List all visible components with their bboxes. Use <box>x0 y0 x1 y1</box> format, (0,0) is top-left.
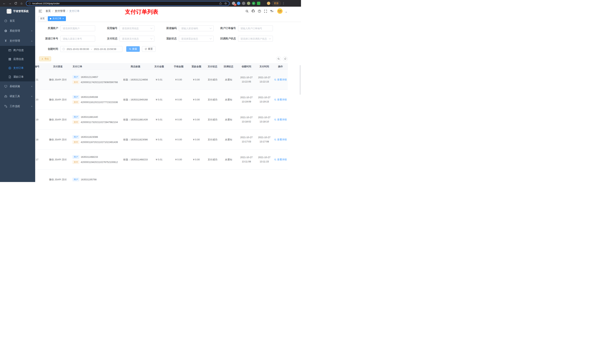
cell-pay-amount: ¥ 0.01 <box>149 150 170 169</box>
filter-label: 支付状态 <box>97 37 119 40</box>
extension-drop-icon[interactable] <box>237 2 240 5</box>
cell-product-title: 标题：1635311881439 <box>123 110 149 129</box>
filter-select[interactable] <box>238 36 273 42</box>
sidebar-item-支付管理[interactable]: ¥支付管理▴ <box>0 36 35 46</box>
user-avatar[interactable] <box>277 8 283 14</box>
sidebar-toggle-icon[interactable] <box>39 10 42 13</box>
table-row[interactable]: 18 微信 JSAPI 支付 商户 1635311823086 支付 42000… <box>35 130 288 150</box>
refresh-button[interactable] <box>283 56 288 61</box>
search-button[interactable]: 搜索 <box>126 46 140 52</box>
fullscreen-icon[interactable] <box>264 10 267 13</box>
cell-pay-time: 2021-10-2713:19:15 <box>256 90 273 110</box>
sidebar-item-系统管理[interactable]: 系统管理▾ <box>0 26 35 36</box>
merchant-order-line: 商户 1635311468233 <box>73 155 98 159</box>
cell-id: 19 <box>35 110 45 129</box>
column-header: 商品标题 <box>123 64 149 70</box>
cell-create-time: 2021-10-2713:19:09 <box>237 90 256 110</box>
browser-back-button[interactable]: ← <box>2 1 7 6</box>
share-icon[interactable] <box>219 2 222 5</box>
search-icon[interactable] <box>246 10 249 13</box>
browser-menu-icon[interactable]: ⋮ <box>282 2 285 5</box>
filter-select[interactable] <box>179 25 214 31</box>
filter-select[interactable] <box>119 36 154 42</box>
cell-create-time: 2021-10-2713:11:08 <box>237 150 256 169</box>
reset-button[interactable]: 重置 <box>142 46 155 52</box>
sidebar-item-应用信息[interactable]: 应用信息 <box>0 55 35 64</box>
table-row[interactable]: 20 微信 JSAPI 支付 商户 1635311949168 支付 42000… <box>35 90 288 110</box>
merchant-order-line: 商户 163531195798 <box>73 178 97 181</box>
browser-update-button[interactable]: 更新 <box>272 1 281 6</box>
filter-input[interactable] <box>60 36 95 42</box>
zoom-button[interactable] <box>276 56 281 61</box>
filter-date-row: 创建时间 2021-10-01 00:00:00 - 2021-10-31 23… <box>38 46 301 52</box>
filter-select[interactable] <box>119 25 154 31</box>
breadcrumb-separator: / <box>52 10 53 13</box>
address-bar[interactable]: localhost:1024/pay/order <box>26 1 230 6</box>
browser-home-button[interactable]: ⌂ <box>19 1 24 6</box>
cell-fee-amount: ¥ 0.00 <box>170 90 188 110</box>
sidebar-item-首页[interactable]: 首页 <box>0 16 35 26</box>
view-detail-link[interactable]: 查看详情 <box>274 158 287 161</box>
extension-olive-icon[interactable] <box>247 2 250 5</box>
tab-label: 首页 <box>40 17 45 20</box>
close-icon[interactable]: × <box>62 17 64 20</box>
sidebar-item-工作流程[interactable]: 工作流程▾ <box>0 101 35 111</box>
date-range-picker[interactable]: 2021-10-01 00:00:00 - 2021-10-31 23:59:5… <box>60 46 122 52</box>
table-row[interactable]: 微信 JSAPI 支付 商户 163531195798 <box>35 170 288 182</box>
sidebar-item-研发工具[interactable]: 研发工具▾ <box>0 91 35 101</box>
scrollbar-thumb[interactable] <box>300 65 301 95</box>
chevron-down-icon: ▾ <box>31 85 32 87</box>
extensions-puzzle-icon[interactable]: 10 <box>232 2 235 5</box>
tab-home[interactable]: 首页 <box>38 16 47 21</box>
sidebar-item-商户信息[interactable]: 商户信息 <box>0 46 35 55</box>
github-icon[interactable] <box>252 10 255 13</box>
view-detail-link[interactable]: 查看详情 <box>274 98 287 101</box>
font-size-icon[interactable] <box>270 10 274 13</box>
table-header-row: 编号支付渠道支付订单商品标题支付金额手续金额退款金额支付状态回调状态创建时间支付… <box>35 63 288 70</box>
cell-notify-status: 未通知 <box>220 150 237 169</box>
extension-pin-icon[interactable] <box>262 2 265 5</box>
site-info-icon[interactable] <box>29 2 31 5</box>
table-row[interactable]: 21 微信 JSAPI 支付 商户 1635312124657 支付 42000… <box>35 70 288 90</box>
column-header: 支付状态 <box>205 64 220 70</box>
extension-chat-icon[interactable] <box>257 2 260 5</box>
tab-pay-order[interactable]: 支付订单 × <box>48 16 66 21</box>
view-detail-link[interactable]: 查看详情 <box>274 138 287 141</box>
magnifier-icon <box>278 58 280 60</box>
view-detail-link[interactable]: 查看详情 <box>274 78 287 81</box>
filter-input[interactable] <box>238 25 273 31</box>
column-header: 支付订单 <box>70 64 123 70</box>
cell-product-title: 标题：1635312124656 <box>123 70 149 90</box>
bookmark-star-icon[interactable] <box>224 2 227 5</box>
help-icon[interactable] <box>258 10 261 13</box>
view-detail-link[interactable]: 查看详情 <box>274 118 287 121</box>
cell-refund-amount: ¥ 0.00 <box>188 110 205 129</box>
breadcrumb-pay-manage[interactable]: 支付管理 <box>55 10 65 13</box>
filter-input[interactable] <box>60 25 95 31</box>
cell-pay-order: 商户 1635311881440 支付 42000011732021102728… <box>70 110 123 129</box>
sidebar-item-退款订单[interactable]: 退款订单 <box>0 73 35 81</box>
date-end: 2021-10-31 23:59:59 <box>94 48 116 51</box>
magnifier-icon <box>274 79 276 81</box>
cell-pay-channel: 微信 JSAPI 支付 <box>45 130 70 149</box>
sidebar-item-支付订单[interactable]: 支付订单 <box>0 64 35 73</box>
column-header: 操作 <box>273 64 288 70</box>
export-button[interactable]: 导出 <box>39 56 51 61</box>
extension-green-check-icon[interactable]: ✓ <box>252 2 255 5</box>
browser-reload-button[interactable] <box>13 1 18 6</box>
extension-gray-icon[interactable] <box>242 2 245 5</box>
merchant-tag: 商户 <box>73 178 79 181</box>
cell-id: 18 <box>35 130 45 149</box>
table-body: 21 微信 JSAPI 支付 商户 1635312124657 支付 42000… <box>35 70 288 182</box>
sidebar-item-基础设施[interactable]: 基础设施▾ <box>0 81 35 91</box>
browser-forward-button[interactable]: → <box>8 1 12 6</box>
chevron-down-icon[interactable]: ▾ <box>286 11 287 13</box>
extension-face-icon[interactable] <box>267 2 270 5</box>
table-row[interactable]: 17 微信 JSAPI 支付 商户 1635311468233 支付 42000… <box>35 150 288 170</box>
filter-select[interactable] <box>179 36 214 42</box>
table-row[interactable]: 19 微信 JSAPI 支付 商户 1635311881440 支付 42000… <box>35 110 288 130</box>
breadcrumb-home[interactable]: 首页 <box>45 10 51 13</box>
page-content: 所属商户应用编号渠道编码商户订单编号渠道订单号支付状态退款状态回调商户状态 创建… <box>35 22 301 182</box>
cell-refund-amount: ¥ 0.00 <box>188 90 205 110</box>
sidebar-item-label: 研发工具 <box>10 95 20 98</box>
